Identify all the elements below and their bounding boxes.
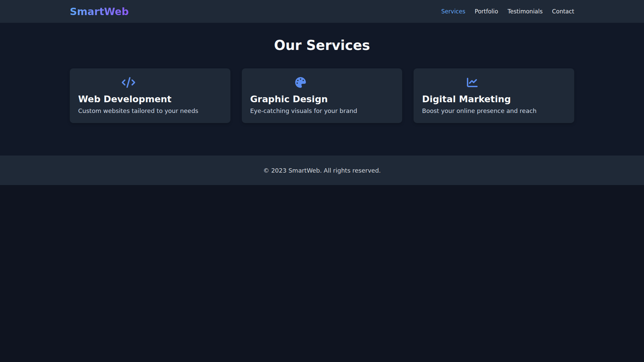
logo[interactable]: SmartWeb (70, 6, 129, 17)
services-cards: Web Development Custom websites tailored… (70, 68, 574, 123)
main-nav: ServicesPortfolioTestimonialsContact (441, 8, 574, 15)
nav-link-portfolio[interactable]: Portfolio (475, 8, 498, 15)
service-card-title: Web Development (78, 94, 222, 104)
service-card-description: Boost your online presence and reach (422, 107, 566, 115)
chart-line-icon (422, 77, 566, 88)
nav-link-contact[interactable]: Contact (552, 8, 574, 15)
service-card-description: Custom websites tailored to your needs (78, 107, 222, 115)
copyright-text: © 2023 SmartWeb. All rights reserved. (263, 167, 381, 174)
service-card: Digital Marketing Boost your online pres… (414, 68, 574, 123)
code-icon (78, 77, 222, 88)
nav-link-testimonials[interactable]: Testimonials (507, 8, 543, 15)
services-section: Our Services Web Development Custom webs… (0, 23, 644, 156)
service-card-description: Eye-catching visuals for your brand (250, 107, 394, 115)
page-title: Our Services (70, 39, 574, 52)
service-card: Web Development Custom websites tailored… (70, 68, 230, 123)
service-card-title: Digital Marketing (422, 94, 566, 104)
service-card: Graphic Design Eye-catching visuals for … (242, 68, 402, 123)
palette-icon (250, 77, 394, 88)
service-card-title: Graphic Design (250, 94, 394, 104)
footer: © 2023 SmartWeb. All rights reserved. (0, 156, 644, 185)
nav-link-services[interactable]: Services (441, 8, 466, 15)
top-nav-bar: SmartWeb ServicesPortfolioTestimonialsCo… (0, 0, 644, 23)
